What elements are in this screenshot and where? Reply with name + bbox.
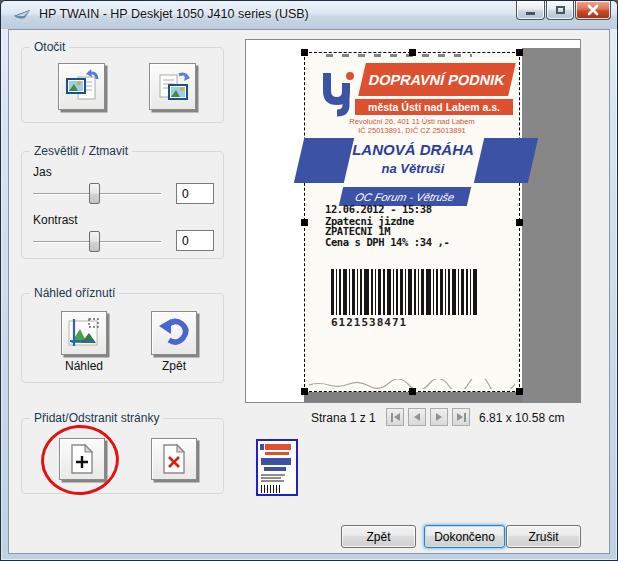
selection-handle-bottom-right[interactable] <box>516 388 523 395</box>
selection-handle-top-left[interactable] <box>301 49 308 56</box>
minimize-icon <box>526 12 535 15</box>
maximize-icon <box>556 6 565 14</box>
done-button[interactable]: Dokončeno <box>424 525 505 548</box>
thumb-logo <box>260 444 264 450</box>
scan-preview-area: DOPRAVNÍ PODNIK města Ústí nad Labem a.s… <box>245 39 581 403</box>
selection-handle-top-center[interactable] <box>409 49 416 56</box>
back-button[interactable]: Zpět <box>341 525 416 548</box>
contrast-slider[interactable] <box>33 241 161 243</box>
add-page-icon <box>67 443 97 475</box>
ticket-service-band: LANOVÁ DRÁHA na Větruši <box>305 138 521 183</box>
scanned-ticket-selection[interactable]: DOPRAVNÍ PODNIK města Ústí nad Labem a.s… <box>304 52 520 392</box>
ticket-address: Revoluční 26, 401 11 Ústí nad Labem <box>305 117 519 126</box>
ticket-barcode <box>331 269 481 315</box>
close-button[interactable] <box>575 1 611 20</box>
first-page-icon <box>391 413 393 422</box>
brightness-group-label: Zesvětlit / Ztmavit <box>30 144 132 158</box>
thumb-bluestrip <box>264 467 286 471</box>
crop-preview-button-label: Náhled <box>49 359 119 373</box>
selection-handle-bottom-center[interactable] <box>409 388 416 395</box>
transport-company-logo <box>319 69 359 117</box>
crop-preview-group-label: Náhled oříznutí <box>30 286 119 300</box>
rotate-left-button[interactable] <box>58 63 105 110</box>
rotate-left-icon <box>64 69 100 105</box>
rotate-group-label: Otočit <box>30 40 69 54</box>
undo-crop-button[interactable] <box>151 311 197 355</box>
close-icon <box>586 4 600 16</box>
next-page-button[interactable] <box>430 408 448 426</box>
page-thumbnail[interactable] <box>256 439 298 496</box>
ticket-service-line1: LANOVÁ DRÁHA <box>305 141 521 158</box>
last-page-icon <box>464 413 466 422</box>
undo-crop-button-label: Zpět <box>139 359 209 373</box>
next-page-icon <box>436 413 442 421</box>
selection-handle-top-right[interactable] <box>516 49 523 56</box>
preview-background-right <box>522 48 580 402</box>
pages-group-label: Přidat/Odstranit stránky <box>30 411 163 425</box>
undo-arrow-icon <box>157 317 191 349</box>
first-page-icon-arrow <box>394 413 400 421</box>
first-page-button[interactable] <box>386 408 404 426</box>
thumb-subbanner <box>265 452 289 455</box>
remove-page-icon <box>159 443 189 475</box>
thumb-textline <box>261 474 285 476</box>
brightness-value-input[interactable] <box>176 183 214 204</box>
remove-page-button[interactable] <box>151 438 197 480</box>
ticket-company-banner: DOPRAVNÍ PODNIK <box>358 63 516 96</box>
selection-handle-middle-right[interactable] <box>516 219 523 226</box>
page-status: Strana 1 z 1 <box>311 411 376 425</box>
ticket-price-line: Cena s DPH 14% :34 ,- <box>325 237 449 248</box>
crop-preview-icon <box>67 317 101 349</box>
hp-twain-window: HP TWAIN - HP Deskjet 1050 J410 series (… <box>0 0 618 561</box>
crop-preview-button[interactable] <box>61 311 107 355</box>
contrast-slider-thumb[interactable] <box>89 231 100 252</box>
selection-handle-middle-left[interactable] <box>301 219 308 226</box>
last-page-icon-arrow <box>457 413 463 421</box>
window-title: HP TWAIN - HP Deskjet 1050 J410 series (… <box>39 7 309 21</box>
brightness-label: Jas <box>33 165 52 179</box>
scan-dimensions: 6.81 x 10.58 cm <box>479 411 564 425</box>
thumb-banner <box>265 444 291 450</box>
rotate-right-icon <box>155 69 191 105</box>
thumb-textline <box>261 477 281 479</box>
previous-page-icon <box>414 413 420 421</box>
brightness-slider-thumb[interactable] <box>89 183 100 204</box>
ticket-torn-top-edge <box>326 54 472 57</box>
thumb-blueband <box>261 458 291 465</box>
hp-twain-app-icon <box>13 8 33 22</box>
titlebar[interactable]: HP TWAIN - HP Deskjet 1050 J410 series (… <box>1 1 617 29</box>
minimize-button[interactable] <box>516 1 545 20</box>
ticket-barcode-number: 6121538471 <box>331 316 407 329</box>
selection-handle-bottom-left[interactable] <box>301 388 308 395</box>
maximize-button[interactable] <box>546 1 574 20</box>
ticket-company-subbanner: města Ústí nad Labem a.s. <box>355 99 513 115</box>
contrast-value-input[interactable] <box>176 230 214 251</box>
brightness-slider[interactable] <box>33 193 161 195</box>
rotate-right-button[interactable] <box>149 63 196 110</box>
contrast-label: Kontrast <box>33 213 78 227</box>
cancel-button[interactable]: Zrušit <box>506 525 581 548</box>
thumb-textline <box>261 480 284 482</box>
ticket-service-line2: na Větruši <box>305 161 521 176</box>
ticket-datetime: 12.06.2012 - 15:38 <box>325 204 432 215</box>
last-page-button[interactable] <box>452 408 470 426</box>
previous-page-button[interactable] <box>408 408 426 426</box>
thumb-barcode <box>261 485 282 493</box>
add-page-button[interactable] <box>59 438 105 480</box>
ticket-registration: IČ 25013891, DIČ CZ 25013891 <box>305 126 519 135</box>
